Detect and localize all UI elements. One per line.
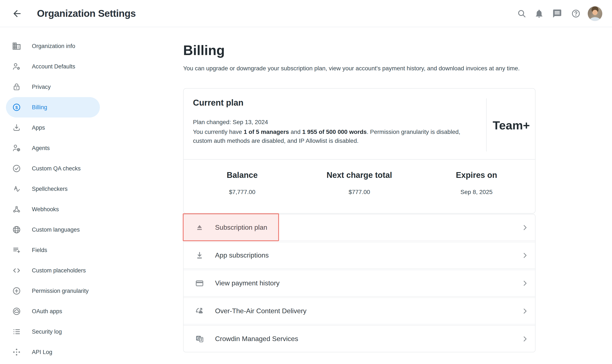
search-icon[interactable] — [517, 9, 527, 18]
sidebar-item-fields[interactable]: Fields — [0, 240, 100, 260]
sidebar-item-apps[interactable]: Apps — [0, 117, 100, 138]
words-usage: 1 955 of 500 000 words — [302, 129, 367, 135]
sidebar-item-label: Permission granularity — [32, 288, 89, 294]
stat-label: Next charge total — [301, 171, 418, 180]
back-arrow-icon[interactable] — [12, 8, 22, 19]
cloud-circle-icon — [12, 307, 21, 316]
chat-icon[interactable] — [552, 9, 562, 18]
globe-icon — [12, 225, 21, 234]
plus-circle-icon — [12, 286, 21, 296]
stat-balance: Balance $7,777.00 — [183, 160, 301, 213]
sidebar-item-permission-granularity[interactable]: Permission granularity — [0, 281, 100, 301]
row-separator — [183, 241, 535, 242]
sidebar-item-label: Privacy — [32, 84, 51, 90]
row-label: App subscriptions — [215, 251, 269, 259]
stat-expires-on: Expires on Sep 8, 2025 — [418, 160, 535, 213]
building-icon — [12, 41, 21, 51]
sidebar-item-spellcheckers[interactable]: Spellcheckers — [0, 179, 100, 199]
sidebar-item-privacy[interactable]: Privacy — [0, 77, 100, 97]
playlist-add-icon — [12, 246, 21, 255]
sidebar-item-webhooks[interactable]: Webhooks — [0, 199, 100, 220]
row-label: Over-The-Air Content Delivery — [215, 307, 306, 315]
sidebar-item-label: Spellcheckers — [32, 186, 67, 192]
person-cube-icon — [12, 143, 21, 153]
row-label: Subscription plan — [215, 223, 267, 231]
spellcheck-icon — [12, 184, 21, 194]
sidebar-item-custom-placeholders[interactable]: Custom placeholders — [0, 260, 100, 281]
stat-label: Expires on — [418, 171, 535, 180]
page-header-title: Organization Settings — [37, 0, 136, 27]
settings-sidebar: Organization info Account Defaults Priva… — [0, 27, 100, 362]
row-crowdin-managed-services[interactable]: G Crowdin Managed Services — [183, 326, 535, 352]
row-separator — [183, 324, 535, 326]
sidebar-item-custom-languages[interactable]: Custom languages — [0, 220, 100, 240]
download-tray-icon — [12, 123, 21, 132]
person-gear-icon — [12, 62, 21, 71]
top-bar: Organization Settings — [0, 0, 612, 27]
sidebar-item-organization-info[interactable]: Organization info — [0, 36, 100, 56]
stat-label: Balance — [183, 171, 301, 180]
stat-next-charge-total: Next charge total $777.00 — [301, 160, 418, 213]
page-description: You can upgrade or downgrade your subscr… — [183, 65, 520, 72]
dollar-circle-icon: $ — [12, 103, 21, 112]
page-title: Billing — [183, 42, 225, 58]
stat-value: $7,777.00 — [183, 189, 301, 195]
sidebar-item-account-defaults[interactable]: Account Defaults — [0, 56, 100, 77]
eject-icon — [195, 223, 204, 233]
credit-card-icon — [195, 278, 204, 288]
usage-suffix-2: custom auth methods are disabled, and IP… — [193, 138, 358, 144]
usage-join: and — [289, 129, 302, 135]
bulleted-list-icon — [12, 327, 21, 336]
current-plan-card: Current plan Plan changed: Sep 13, 2024 … — [183, 88, 535, 214]
row-app-subscriptions[interactable]: App subscriptions — [183, 242, 535, 268]
chevron-right-icon — [521, 279, 529, 287]
chevron-right-icon — [521, 335, 529, 343]
download-icon — [195, 250, 204, 260]
chevron-right-icon — [521, 307, 529, 315]
bell-icon[interactable] — [534, 9, 544, 18]
current-plan-title: Current plan — [193, 98, 244, 107]
sidebar-item-label: Account Defaults — [32, 63, 75, 70]
svg-text:$: $ — [15, 105, 18, 110]
stat-value: $777.00 — [301, 189, 418, 195]
sidebar-item-billing[interactable]: $ Billing — [6, 97, 100, 117]
billing-actions-list: Subscription plan App subscriptions View… — [183, 214, 535, 352]
sidebar-item-label: Apps — [32, 125, 45, 131]
ota-sync-icon — [195, 306, 204, 316]
row-view-payment-history[interactable]: View payment history — [183, 270, 535, 296]
translate-icon: G — [195, 334, 204, 344]
sidebar-item-label: Webhooks — [32, 206, 59, 213]
sidebar-item-security-log[interactable]: Security log — [0, 322, 100, 342]
plan-name-badge: Team+ — [487, 118, 536, 132]
code-brackets-icon — [12, 266, 21, 275]
help-icon[interactable] — [571, 9, 581, 18]
sidebar-item-label: Custom placeholders — [32, 267, 86, 274]
row-over-the-air-content-delivery[interactable]: Over-The-Air Content Delivery — [183, 298, 535, 324]
sidebar-item-label: Custom QA checks — [32, 165, 81, 172]
user-avatar[interactable] — [587, 6, 602, 21]
managers-usage: 1 of 5 managers — [244, 129, 289, 135]
row-subscription-plan[interactable]: Subscription plan — [183, 214, 535, 241]
row-separator — [183, 268, 535, 270]
chevron-right-icon — [521, 251, 529, 260]
sidebar-item-oauth-apps[interactable]: OAuth apps — [0, 301, 100, 322]
sidebar-item-label: Fields — [32, 247, 47, 254]
chevron-right-icon — [521, 223, 529, 232]
usage-prefix: You currently have — [193, 129, 244, 135]
sidebar-item-label: Security log — [32, 328, 62, 335]
sidebar-item-custom-qa-checks[interactable]: Custom QA checks — [0, 158, 100, 179]
sidebar-item-label: API Log — [32, 349, 52, 355]
webhook-icon — [12, 205, 21, 214]
sidebar-item-agents[interactable]: Agents — [0, 138, 100, 158]
diamonds-icon — [12, 347, 21, 357]
sidebar-item-label: Billing — [32, 104, 47, 111]
stat-value: Sep 8, 2025 — [418, 189, 535, 195]
sidebar-item-api-log[interactable]: API Log — [0, 342, 100, 362]
billing-stats: Balance $7,777.00 Next charge total $777… — [183, 160, 535, 213]
sidebar-item-label: OAuth apps — [32, 308, 62, 315]
check-circle-icon — [12, 164, 21, 173]
usage-suffix: . Permission granularity is disabled, — [367, 129, 460, 135]
sidebar-item-label: Custom languages — [32, 226, 80, 233]
row-separator — [183, 296, 535, 298]
lock-icon — [12, 82, 21, 91]
